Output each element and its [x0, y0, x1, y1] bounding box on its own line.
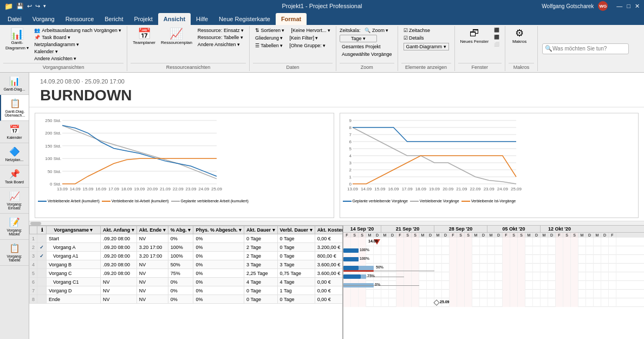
tab-hilfe[interactable]: Hilfe	[191, 13, 213, 25]
th-ende[interactable]: Akt. Ende ▾	[136, 226, 168, 234]
search-input[interactable]	[552, 46, 623, 52]
ribbon-btn-res-einsatz[interactable]: Ressource: Einsatz ▾	[196, 27, 246, 34]
ribbon-btn-ressourcenplan[interactable]: 📈 Ressourcenplan	[159, 27, 194, 46]
row-abg: 100%	[168, 252, 193, 260]
row-check	[37, 234, 47, 243]
ribbon-btn-taskboard[interactable]: 📌 Task Board ▾	[32, 34, 123, 41]
tab-datei[interactable]: Datei	[2, 13, 27, 25]
ribbon-btn-kein-filter[interactable]: [Kein Filter] ▾	[287, 35, 320, 41]
ribbon-btn-kalender[interactable]: Kalender ▾	[32, 48, 123, 55]
chart2-canvas	[343, 116, 522, 197]
ribbon-daten-content: ⇅ Sortieren ▾ [Keine Hervort... ▾ Gliede…	[253, 27, 333, 62]
maximize-btn[interactable]: □	[627, 3, 630, 9]
ribbon-btn-win2[interactable]: ⬛	[492, 34, 502, 40]
sidebar-item-task-board[interactable]: 📌 Task Board	[0, 165, 29, 188]
th-phys[interactable]: Phys. % Abgesch. ▾	[193, 226, 244, 234]
ribbon-btn-gantt[interactable]: 📊 Gantt- Diagramm ▾	[3, 27, 31, 52]
gantt-header: 14 Sep '20 21 Sep '20 28 Sep '20 05 Okt …	[343, 226, 644, 238]
search-box[interactable]: 🔍	[542, 43, 629, 54]
sidebar-task-board-label: Task Board	[5, 180, 24, 184]
tab-ansicht[interactable]: Ansicht	[158, 13, 191, 25]
ribbon-tab-bar: Datei Vorgang Ressource Bericht Projekt …	[0, 12, 644, 25]
tab-ressource[interactable]: Ressource	[60, 13, 100, 25]
th-verbl-dauer[interactable]: Verbl. Dauer ▾	[277, 226, 315, 234]
gantt-day-header: M	[419, 233, 427, 238]
tab-neue-registerkarte[interactable]: Neue Registerkarte	[213, 13, 276, 25]
gantt-row: 100%	[343, 255, 644, 264]
row-akt-dauer: 0 Tage	[244, 295, 278, 304]
gantt-day-header: M	[381, 233, 389, 238]
qa-save[interactable]: 💾	[16, 3, 24, 10]
user-avatar[interactable]: WG	[598, 1, 608, 11]
ribbon-btn-win1[interactable]: ⬛	[492, 27, 502, 33]
sidebar-item-gantt-uberwach[interactable]: 📋 Gantt-Diag. Überwach...	[0, 95, 29, 121]
sidebar-item-netzplan[interactable]: 🔷 Netzplan...	[0, 143, 29, 165]
tab-bericht[interactable]: Bericht	[99, 13, 128, 25]
row-verbl-dauer: 1 Tag	[277, 286, 315, 295]
ribbon-btn-and-ansichten[interactable]: Andere Ansichten ▾	[196, 41, 246, 48]
ribbon-btn-auslastung[interactable]: 👥 Arbeitsauslastung nach Vorgängen ▾	[32, 27, 123, 34]
row-phys-abg: 0%	[193, 252, 244, 260]
tab-projekt[interactable]: Projekt	[129, 13, 158, 25]
th-anfang[interactable]: Akt. Anfang ▾	[101, 226, 137, 234]
ribbon-btn-andere-ansichten[interactable]: Andere Ansichten ▾	[32, 55, 123, 62]
row-phys-abg: 0%	[193, 269, 244, 278]
ribbon-btn-details[interactable]: ☑ Details	[401, 35, 426, 41]
ribbon-btn-netzplan[interactable]: Netzplandiagramm ▾	[32, 41, 123, 48]
teamplaner-label: Teamplaner	[133, 40, 155, 45]
elemente-label: Elemente anzeigen	[401, 63, 451, 70]
ribbon-btn-tage[interactable]: Tage ▾	[340, 35, 377, 42]
sidebar-item-vorgang-einsatz[interactable]: 📈 Vorgang: Einsatz	[0, 188, 29, 214]
scroll-bar-h[interactable]	[29, 221, 644, 226]
gantt-day-header: M	[541, 233, 548, 238]
ribbon-btn-makros[interactable]: ⚙ Makros	[509, 27, 530, 45]
fenster-label: Fenster	[458, 63, 502, 70]
qa-more[interactable]: ▾	[43, 3, 46, 9]
ribbon-btn-win3[interactable]: ⬜	[492, 41, 502, 47]
gantt-day-header: S	[465, 233, 472, 238]
ribbon-btn-neues-fenster[interactable]: 🗗 Neues Fenster	[458, 27, 491, 45]
th-kosten[interactable]: Akt. Kosten ▾	[315, 226, 343, 234]
th-name[interactable]: Vorgangsname ▾	[47, 226, 101, 234]
row-abg: 75%	[168, 269, 193, 278]
ribbon-btn-gesamtes[interactable]: Gesamtes Projekt	[340, 43, 383, 50]
qa-redo[interactable]: ↪	[35, 3, 40, 10]
close-btn[interactable]: ✕	[635, 3, 640, 10]
andere-ansichten-label: Andere Ansichten ▾	[34, 56, 76, 61]
ribbon-btn-ausgewaehlte[interactable]: Ausgewählte Vorgänge	[340, 51, 394, 57]
ribbon-btn-gantt-diag-sel[interactable]: Gantt-Diagramm ▾	[401, 42, 451, 51]
gantt-week-sep14: 14 Sep '20	[343, 226, 381, 232]
ribbon-btn-filter[interactable]: [Keine Hervort... ▾	[289, 27, 333, 34]
ribbon-btn-teamplaner[interactable]: 📅 Teamplaner	[131, 27, 158, 46]
ribbon-btn-zeitskala[interactable]: 🔍 Zoom ▾	[362, 27, 391, 34]
table-row: 7 Vorgang D NV NV 0% 0% 0 Tage 1 Tag 0,0…	[30, 286, 344, 295]
legend-label-1: Verbleibende Arbeit (kumuliert)	[48, 199, 100, 203]
row-anfang: .09.20 08:00	[101, 243, 137, 252]
th-abg[interactable]: % Abg. ▾	[168, 226, 193, 234]
sidebar-item-gantt-diag[interactable]: 📊 Gantt-Diag...	[0, 73, 29, 95]
tab-vorgang[interactable]: Vorgang	[27, 13, 60, 25]
ribbon-btn-tabellen[interactable]: ☰ Tabellen ▾	[253, 42, 285, 49]
ribbon-btn-res-tabelle[interactable]: Ressource: Tabelle ▾	[196, 34, 246, 41]
ribbon-btn-sortieren[interactable]: ⇅ Sortieren ▾	[253, 27, 287, 34]
sidebar-item-kalender[interactable]: 📅 Kalender	[0, 121, 29, 143]
ribbon-btn-gliederung[interactable]: Gliederung ▾	[253, 35, 285, 41]
sidebar-vorgang-einsatz-label: Vorgang: Einsatz	[1, 202, 28, 210]
gantt-pane[interactable]: 14 Sep '20 21 Sep '20 28 Sep '20 05 Okt …	[343, 226, 644, 339]
taskboard-icon: 📌	[34, 35, 40, 40]
row-ende: NV	[136, 278, 168, 286]
legend-line-orange	[102, 201, 110, 202]
row-name: Vorgang B	[47, 260, 101, 269]
title-bar: 📁 💾 ↩ ↪ ▾ Projekt1 - Project Professiona…	[0, 0, 644, 12]
tab-format[interactable]: Format	[276, 13, 307, 25]
th-akt-dauer[interactable]: Akt. Dauer ▾	[244, 226, 278, 234]
qa-undo[interactable]: ↩	[27, 3, 32, 10]
app-body: 📊 Gantt-Diag... 📋 Gantt-Diag. Überwach..…	[0, 73, 644, 339]
ribbon-btn-ohne-gruppe[interactable]: [Ohne Gruppe: ▾	[287, 42, 328, 49]
gantt-day-header: S	[510, 233, 518, 238]
minimize-btn[interactable]: —	[616, 3, 622, 9]
sidebar-item-vorgang-tabelle[interactable]: 📋 Vorgang: Tabelle	[0, 240, 29, 266]
ribbon-btn-zeitachse[interactable]: ☑ Zeitachse	[401, 27, 433, 34]
sidebar-item-vorgang-maske[interactable]: 📝 Vorgang: Maske	[0, 214, 29, 240]
gantt-week-sep21: 21 Sep '20	[381, 226, 434, 232]
